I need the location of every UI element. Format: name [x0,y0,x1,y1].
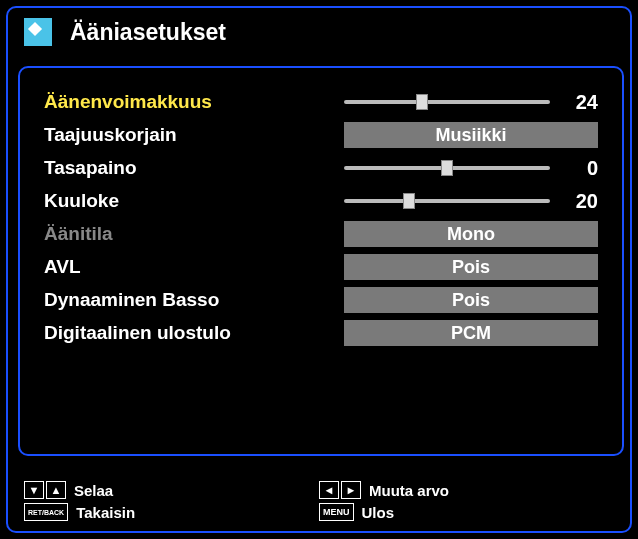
slider-thumb[interactable] [403,193,415,209]
select-box[interactable]: PCM [344,320,598,346]
footer-hints: ▼ ▲ Selaa ◄ ► Muuta arvo RET/BACK Takais… [24,481,614,521]
header: Ääniasetukset [8,8,630,60]
select-box[interactable]: Mono [344,221,598,247]
retback-key-icon: RET/BACK [24,503,68,521]
setting-label: Taajuuskorjain [44,124,344,146]
slider-value: 20 [562,190,598,213]
select-box[interactable]: Musiikki [344,122,598,148]
setting-label: Digitaalinen ulostulo [44,322,344,344]
hint-back-label: Takaisin [76,504,135,521]
setting-label: AVL [44,256,344,278]
hint-navigate-label: Selaa [74,482,113,499]
setting-row[interactable]: ÄänitilaMono [44,218,598,250]
setting-control: Musiikki [344,122,598,148]
slider-value: 0 [562,157,598,180]
right-key-icon: ► [341,481,361,499]
setting-label: Kuuloke [44,190,344,212]
setting-row[interactable]: TaajuuskorjainMusiikki [44,119,598,151]
setting-control: Pois [344,254,598,280]
sound-settings-icon [24,18,52,46]
window-frame: Ääniasetukset Äänenvoimakkuus24Taajuusko… [6,6,632,533]
slider[interactable]: 24 [344,91,598,114]
settings-panel: Äänenvoimakkuus24TaajuuskorjainMusiikkiT… [18,66,624,456]
up-key-icon: ▲ [46,481,66,499]
select-box[interactable]: Pois [344,287,598,313]
page-title: Ääniasetukset [70,19,226,46]
setting-control: Mono [344,221,598,247]
setting-row[interactable]: Äänenvoimakkuus24 [44,86,598,118]
setting-label: Tasapaino [44,157,344,179]
slider-thumb[interactable] [441,160,453,176]
setting-control: Pois [344,287,598,313]
slider-value: 24 [562,91,598,114]
setting-label: Dynaaminen Basso [44,289,344,311]
slider-track[interactable] [344,166,550,170]
setting-control: 0 [344,157,598,180]
setting-control: 20 [344,190,598,213]
setting-control: 24 [344,91,598,114]
left-key-icon: ◄ [319,481,339,499]
down-key-icon: ▼ [24,481,44,499]
slider[interactable]: 0 [344,157,598,180]
setting-row[interactable]: Kuuloke20 [44,185,598,217]
setting-row[interactable]: Digitaalinen ulostuloPCM [44,317,598,349]
hint-change-label: Muuta arvo [369,482,449,499]
setting-row[interactable]: AVLPois [44,251,598,283]
setting-row[interactable]: Tasapaino0 [44,152,598,184]
setting-row[interactable]: Dynaaminen BassoPois [44,284,598,316]
hint-exit: MENU Ulos [319,503,614,521]
select-box[interactable]: Pois [344,254,598,280]
slider[interactable]: 20 [344,190,598,213]
hint-change: ◄ ► Muuta arvo [319,481,614,499]
slider-thumb[interactable] [416,94,428,110]
setting-label: Äänitila [44,223,344,245]
setting-control: PCM [344,320,598,346]
slider-track[interactable] [344,100,550,104]
hint-exit-label: Ulos [362,504,395,521]
hint-back: RET/BACK Takaisin [24,503,319,521]
menu-key-icon: MENU [319,503,354,521]
slider-track[interactable] [344,199,550,203]
setting-label: Äänenvoimakkuus [44,91,344,113]
hint-navigate: ▼ ▲ Selaa [24,481,319,499]
